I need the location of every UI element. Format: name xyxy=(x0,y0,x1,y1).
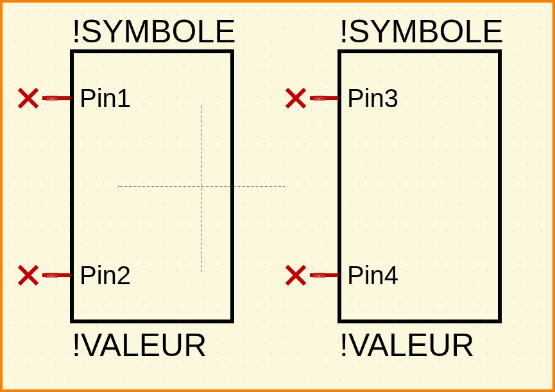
pin2-label[interactable]: Pin2 xyxy=(80,261,131,290)
pin2-stub[interactable]: <nc> xyxy=(42,273,71,277)
pin1-x-icon xyxy=(17,87,39,109)
pin1-stub[interactable]: <nc> xyxy=(42,96,71,100)
pin4-label[interactable]: Pin4 xyxy=(347,261,398,290)
pin4-x-icon xyxy=(285,264,307,286)
pin1-nc-tag: <nc> xyxy=(46,96,58,101)
component-name-right[interactable]: !SYMBOLE xyxy=(339,13,504,50)
component-value-right[interactable]: !VALEUR xyxy=(339,327,474,364)
pin1-label[interactable]: Pin1 xyxy=(80,84,131,113)
pin3-x-icon xyxy=(285,87,307,109)
pin3-stub[interactable]: <nc> xyxy=(310,96,338,100)
pin3-nc-tag: <nc> xyxy=(314,96,325,101)
pin3-label[interactable]: Pin3 xyxy=(347,84,398,113)
pin2-nc-tag: <nc> xyxy=(46,273,58,278)
pin4-nc-tag: <nc> xyxy=(314,273,325,278)
component-name-left[interactable]: !SYMBOLE xyxy=(72,13,236,50)
schematic-canvas[interactable]: !SYMBOLE !VALEUR Pin1 <nc> Pin2 <nc> !SY… xyxy=(0,0,555,392)
pin4-stub[interactable]: <nc> xyxy=(310,273,338,277)
component-value-left[interactable]: !VALEUR xyxy=(72,327,207,364)
pin2-x-icon xyxy=(17,264,39,286)
